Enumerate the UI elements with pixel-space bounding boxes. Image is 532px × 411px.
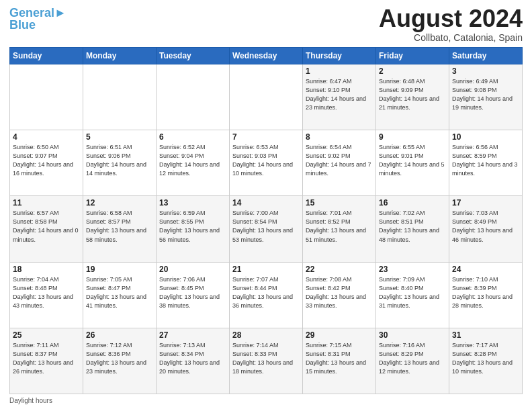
calendar-week-row: 1Sunrise: 6:47 AMSunset: 9:10 PMDaylight…	[10, 64, 523, 130]
day-info: Sunrise: 7:15 AMSunset: 8:31 PMDaylight:…	[306, 341, 373, 376]
calendar-cell: 7Sunrise: 6:53 AMSunset: 9:03 PMDaylight…	[230, 130, 303, 196]
day-header-friday: Friday	[376, 48, 449, 64]
day-number: 4	[13, 132, 80, 142]
calendar-cell: 22Sunrise: 7:08 AMSunset: 8:42 PMDayligh…	[303, 262, 376, 328]
day-number: 23	[379, 265, 446, 274]
day-number: 20	[159, 265, 226, 274]
calendar-week-row: 25Sunrise: 7:11 AMSunset: 8:37 PMDayligh…	[10, 328, 523, 394]
day-number: 11	[13, 198, 80, 208]
day-number: 8	[306, 132, 373, 142]
calendar-cell	[10, 64, 83, 130]
day-number: 30	[379, 330, 446, 340]
day-info: Sunrise: 6:57 AMSunset: 8:58 PMDaylight:…	[13, 209, 80, 244]
day-info: Sunrise: 6:58 AMSunset: 8:57 PMDaylight:…	[86, 209, 153, 244]
calendar-week-row: 4Sunrise: 6:50 AMSunset: 9:07 PMDaylight…	[10, 130, 523, 196]
day-info: Sunrise: 7:10 AMSunset: 8:39 PMDaylight:…	[452, 275, 519, 310]
calendar-cell: 12Sunrise: 6:58 AMSunset: 8:57 PMDayligh…	[83, 196, 157, 262]
calendar-cell: 5Sunrise: 6:51 AMSunset: 9:06 PMDaylight…	[83, 130, 157, 196]
day-number: 27	[159, 330, 226, 340]
day-info: Sunrise: 7:09 AMSunset: 8:40 PMDaylight:…	[379, 275, 446, 310]
calendar-cell: 14Sunrise: 7:00 AMSunset: 8:54 PMDayligh…	[230, 196, 303, 262]
calendar-cell: 27Sunrise: 7:13 AMSunset: 8:34 PMDayligh…	[157, 328, 230, 394]
calendar-header-row: SundayMondayTuesdayWednesdayThursdayFrid…	[10, 48, 523, 64]
day-info: Sunrise: 7:05 AMSunset: 8:47 PMDaylight:…	[86, 275, 153, 310]
calendar-cell: 26Sunrise: 7:12 AMSunset: 8:36 PMDayligh…	[83, 328, 157, 394]
day-number: 5	[86, 132, 153, 142]
calendar-cell	[157, 64, 230, 130]
calendar-cell: 17Sunrise: 7:03 AMSunset: 8:49 PMDayligh…	[449, 196, 523, 262]
day-info: Sunrise: 7:08 AMSunset: 8:42 PMDaylight:…	[306, 275, 373, 310]
calendar-cell: 8Sunrise: 6:54 AMSunset: 9:02 PMDaylight…	[303, 130, 376, 196]
day-number: 29	[306, 330, 373, 340]
calendar-cell: 13Sunrise: 6:59 AMSunset: 8:55 PMDayligh…	[157, 196, 230, 262]
day-header-saturday: Saturday	[449, 48, 523, 64]
logo: General► Blue	[9, 7, 66, 31]
calendar-cell: 28Sunrise: 7:14 AMSunset: 8:33 PMDayligh…	[230, 328, 303, 394]
day-header-monday: Monday	[83, 48, 157, 64]
day-info: Sunrise: 6:49 AMSunset: 9:08 PMDaylight:…	[452, 77, 519, 112]
day-number: 2	[379, 66, 446, 76]
day-header-thursday: Thursday	[303, 48, 376, 64]
calendar-cell: 18Sunrise: 7:04 AMSunset: 8:48 PMDayligh…	[10, 262, 83, 328]
logo-blue: Blue	[9, 18, 36, 32]
day-info: Sunrise: 7:17 AMSunset: 8:28 PMDaylight:…	[452, 341, 519, 376]
day-info: Sunrise: 7:12 AMSunset: 8:36 PMDaylight:…	[86, 341, 153, 376]
calendar-cell: 16Sunrise: 7:02 AMSunset: 8:51 PMDayligh…	[376, 196, 449, 262]
calendar-cell: 2Sunrise: 6:48 AMSunset: 9:09 PMDaylight…	[376, 64, 449, 130]
day-number: 12	[86, 198, 153, 208]
day-info: Sunrise: 7:04 AMSunset: 8:48 PMDaylight:…	[13, 275, 80, 310]
day-number: 17	[452, 198, 519, 208]
calendar-cell: 19Sunrise: 7:05 AMSunset: 8:47 PMDayligh…	[83, 262, 157, 328]
calendar-cell: 4Sunrise: 6:50 AMSunset: 9:07 PMDaylight…	[10, 130, 83, 196]
calendar-cell: 10Sunrise: 6:56 AMSunset: 8:59 PMDayligh…	[449, 130, 523, 196]
calendar-cell: 3Sunrise: 6:49 AMSunset: 9:08 PMDaylight…	[449, 64, 523, 130]
day-number: 9	[379, 132, 446, 142]
calendar-cell: 15Sunrise: 7:01 AMSunset: 8:52 PMDayligh…	[303, 196, 376, 262]
day-info: Sunrise: 6:54 AMSunset: 9:02 PMDaylight:…	[306, 143, 373, 178]
month-title: August 2024	[379, 7, 523, 31]
calendar-cell: 25Sunrise: 7:11 AMSunset: 8:37 PMDayligh…	[10, 328, 83, 394]
day-number: 14	[232, 198, 300, 208]
day-info: Sunrise: 6:56 AMSunset: 8:59 PMDaylight:…	[452, 143, 519, 178]
day-number: 31	[452, 330, 519, 340]
day-number: 21	[232, 265, 300, 274]
day-info: Sunrise: 7:01 AMSunset: 8:52 PMDaylight:…	[306, 209, 373, 244]
calendar-cell: 21Sunrise: 7:07 AMSunset: 8:44 PMDayligh…	[230, 262, 303, 328]
day-info: Sunrise: 7:07 AMSunset: 8:44 PMDaylight:…	[232, 275, 300, 310]
day-info: Sunrise: 6:52 AMSunset: 9:04 PMDaylight:…	[159, 143, 226, 178]
calendar-week-row: 11Sunrise: 6:57 AMSunset: 8:58 PMDayligh…	[10, 196, 523, 262]
day-info: Sunrise: 6:47 AMSunset: 9:10 PMDaylight:…	[306, 77, 373, 112]
day-info: Sunrise: 6:48 AMSunset: 9:09 PMDaylight:…	[379, 77, 446, 112]
day-info: Sunrise: 7:11 AMSunset: 8:37 PMDaylight:…	[13, 341, 80, 376]
day-number: 18	[13, 265, 80, 274]
title-block: August 2024 Collbato, Catalonia, Spain	[379, 7, 523, 43]
day-number: 16	[379, 198, 446, 208]
location: Collbato, Catalonia, Spain	[379, 32, 523, 43]
day-number: 6	[159, 132, 226, 142]
calendar-cell: 9Sunrise: 6:55 AMSunset: 9:01 PMDaylight…	[376, 130, 449, 196]
day-info: Sunrise: 7:13 AMSunset: 8:34 PMDaylight:…	[159, 341, 226, 376]
day-header-tuesday: Tuesday	[157, 48, 230, 64]
calendar-cell: 11Sunrise: 6:57 AMSunset: 8:58 PMDayligh…	[10, 196, 83, 262]
day-number: 19	[86, 265, 153, 274]
day-number: 26	[86, 330, 153, 340]
logo-blue-triangle: ►	[54, 6, 66, 19]
calendar-week-row: 18Sunrise: 7:04 AMSunset: 8:48 PMDayligh…	[10, 262, 523, 328]
calendar-cell: 29Sunrise: 7:15 AMSunset: 8:31 PMDayligh…	[303, 328, 376, 394]
day-info: Sunrise: 6:50 AMSunset: 9:07 PMDaylight:…	[13, 143, 80, 178]
calendar-cell: 23Sunrise: 7:09 AMSunset: 8:40 PMDayligh…	[376, 262, 449, 328]
header: General► Blue August 2024 Collbato, Cata…	[9, 7, 523, 43]
day-info: Sunrise: 7:00 AMSunset: 8:54 PMDaylight:…	[232, 209, 300, 244]
day-info: Sunrise: 6:51 AMSunset: 9:06 PMDaylight:…	[86, 143, 153, 178]
logo-general: General	[9, 6, 54, 19]
day-info: Sunrise: 7:02 AMSunset: 8:51 PMDaylight:…	[379, 209, 446, 244]
day-header-wednesday: Wednesday	[230, 48, 303, 64]
day-number: 7	[232, 132, 300, 142]
day-number: 24	[452, 265, 519, 274]
calendar-cell: 24Sunrise: 7:10 AMSunset: 8:39 PMDayligh…	[449, 262, 523, 328]
footer-note: Daylight hours	[9, 397, 523, 404]
logo-text: General► Blue	[9, 7, 66, 31]
day-number: 3	[452, 66, 519, 76]
calendar-cell: 1Sunrise: 6:47 AMSunset: 9:10 PMDaylight…	[303, 64, 376, 130]
day-number: 15	[306, 198, 373, 208]
